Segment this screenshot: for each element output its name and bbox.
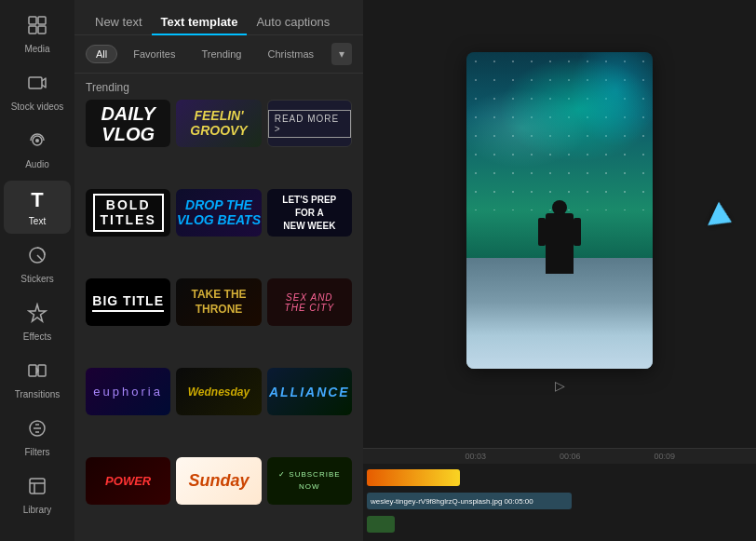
template-take-throne[interactable]: TAKE theTHRONE [176, 278, 261, 326]
template-sunday[interactable]: Sunday [176, 457, 261, 505]
sidebar-item-label: Audio [25, 159, 49, 169]
template-alliance[interactable]: ALLIANCE [267, 368, 352, 415]
clip-teal[interactable]: wesley-tingey-rV9f8hglrzQ-unsplash.jpg 0… [367, 493, 572, 509]
template-bold-titles[interactable]: BOLDTITLES [86, 189, 170, 237]
track-1 [363, 467, 756, 488]
filter-row: All Favorites Trending Christmas ▾ [74, 35, 363, 74]
template-text: LET'S PREPFOR ANEW WEEK [282, 194, 336, 233]
template-sex-city[interactable]: SEX ANDTHE CITY [267, 278, 352, 326]
ruler-mark-9: 00:09 [655, 452, 749, 461]
sidebar-item-label: Transitions [15, 389, 61, 399]
sidebar-item-label: Stock videos [11, 101, 64, 112]
clip-green[interactable] [367, 516, 395, 533]
right-panel: ▷ 00:03 00:06 00:09 wesley-tingey-rV9f8h… [363, 0, 756, 541]
ruler-mark-3: 00:03 [466, 452, 560, 461]
template-text: BIG TITLE [92, 293, 164, 312]
filter-trending[interactable]: Trending [191, 45, 251, 63]
svg-rect-4 [29, 77, 42, 88]
sidebar: Media Stock videos Audio T Text [0, 0, 74, 541]
sidebar-item-library[interactable]: Library [4, 468, 71, 522]
timeline: 00:03 00:06 00:09 wesley-tingey-rV9f8hgl… [363, 448, 756, 541]
svg-rect-3 [38, 26, 46, 34]
template-read-more[interactable]: READ MORE > [267, 100, 352, 147]
svg-rect-9 [38, 365, 46, 376]
template-text: BOLDTITLES [93, 194, 164, 232]
track-3 [363, 514, 756, 534]
svg-point-6 [35, 139, 39, 142]
filters-icon [27, 418, 47, 443]
sidebar-item-transitions[interactable]: Transitions [4, 353, 71, 407]
template-subscribe[interactable]: ✓ SUBSCRIBENOW [267, 457, 352, 505]
template-wednesday[interactable]: Wednesday [176, 368, 261, 415]
sidebar-item-effects[interactable]: Effects [4, 295, 71, 349]
svg-rect-0 [29, 17, 36, 24]
figure-head [552, 200, 567, 215]
template-feelin-groovy[interactable]: FEELIN'GROOVY [176, 100, 261, 147]
template-text: DAILYVLOG [101, 103, 155, 144]
template-text: Sunday [188, 471, 249, 491]
template-big-title[interactable]: BIG TITLE [86, 278, 170, 326]
ruler-mark-6: 00:06 [560, 452, 655, 461]
figure-arm-right [574, 218, 581, 246]
track-2: wesley-tingey-rV9f8hglrzQ-unsplash.jpg 0… [363, 491, 756, 511]
tab-new-text[interactable]: New text [86, 9, 152, 34]
media-icon [27, 15, 47, 40]
template-text: SEX ANDTHE CITY [285, 292, 335, 313]
effects-icon [27, 303, 47, 328]
sidebar-item-label: Filters [24, 447, 49, 457]
clip-orange[interactable] [367, 469, 460, 486]
audio-icon [27, 130, 47, 156]
library-icon [27, 476, 47, 501]
timeline-tracks: wesley-tingey-rV9f8hglrzQ-unsplash.jpg 0… [363, 464, 756, 541]
template-text: TAKE theTHRONE [191, 288, 246, 317]
stock-videos-icon [27, 73, 47, 98]
sidebar-item-label: Text [29, 216, 46, 226]
template-daily-vlog[interactable]: DAILYVLOG [86, 100, 170, 147]
svg-rect-8 [29, 365, 36, 376]
template-text: ALLIANCE [269, 385, 350, 399]
filter-all[interactable]: All [86, 45, 117, 63]
sidebar-item-label: Media [24, 44, 49, 54]
preview-frame [466, 52, 653, 369]
tab-bar: New text Text template Auto captions [74, 0, 363, 35]
tab-text-template[interactable]: Text template [152, 9, 248, 34]
svg-rect-2 [29, 26, 36, 34]
tab-auto-captions[interactable]: Auto captions [247, 9, 339, 34]
stickers-icon [27, 245, 47, 270]
figure-body [546, 213, 574, 274]
ruler-marks: 00:03 00:06 00:09 [371, 452, 749, 461]
sidebar-item-label: Stickers [20, 274, 54, 284]
sidebar-item-stock-videos[interactable]: Stock videos [4, 65, 71, 119]
sidebar-item-stickers[interactable]: Stickers [4, 237, 71, 291]
template-drop-beats[interactable]: Drop theVlog BEATS [176, 189, 261, 237]
filter-favorites[interactable]: Favorites [123, 45, 185, 63]
sidebar-item-audio[interactable]: Audio [4, 123, 71, 177]
template-row4a[interactable]: POWER [86, 457, 170, 505]
svg-rect-11 [30, 479, 45, 494]
template-text: POWER [105, 474, 151, 488]
sidebar-item-media[interactable]: Media [4, 7, 71, 61]
template-text: READ MORE > [268, 110, 351, 138]
template-text: ✓ SUBSCRIBENOW [278, 469, 340, 494]
sidebar-item-label: Library [23, 505, 52, 515]
transitions-icon [27, 360, 47, 385]
sidebar-item-text[interactable]: T Text [4, 181, 71, 234]
filter-dropdown-button[interactable]: ▾ [331, 43, 352, 65]
template-text: FEELIN'GROOVY [190, 109, 247, 138]
figure-arm-left [538, 218, 546, 246]
template-text: euphoria [93, 385, 163, 399]
svg-rect-1 [38, 17, 46, 24]
template-text: Wednesday [188, 385, 250, 399]
template-euphoria[interactable]: euphoria [86, 368, 170, 415]
template-lets-prep[interactable]: LET'S PREPFOR ANEW WEEK [267, 189, 352, 237]
sidebar-item-filters[interactable]: Filters [4, 411, 71, 465]
sidebar-item-label: Effects [23, 331, 51, 342]
play-button[interactable]: ▷ [548, 374, 571, 397]
preview-area: ▷ [363, 0, 756, 448]
templates-grid: DAILYVLOG FEELIN'GROOVY READ MORE > BOLD… [74, 100, 363, 541]
text-panel: New text Text template Auto captions All… [74, 0, 363, 541]
ground-layer [466, 258, 653, 369]
filter-christmas[interactable]: Christmas [258, 45, 325, 63]
text-icon: T [31, 188, 43, 212]
section-trending-label: Trending [74, 74, 363, 100]
